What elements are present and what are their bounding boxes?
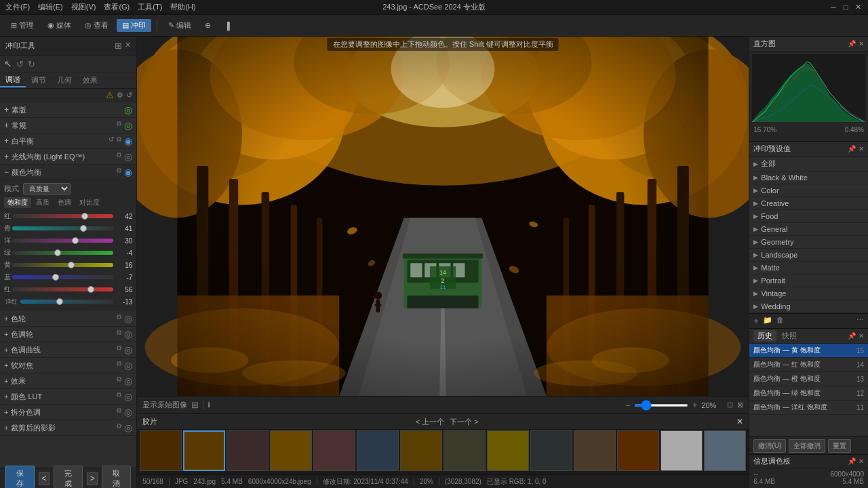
panel-expand-icon[interactable]: ⊞ [115, 41, 122, 51]
toggle-icon2[interactable]: ◉ [124, 136, 132, 146]
presets-pin-icon[interactable]: 📌 [848, 145, 856, 152]
image-container[interactable]: 14 2 11 在您要调整的图 [137, 37, 749, 396]
tab-tune[interactable]: 调谐 [0, 73, 26, 87]
settings-icon8[interactable]: ⚙ [116, 360, 122, 371]
tab-history[interactable]: 历史 [753, 330, 776, 342]
thumb-6[interactable] [357, 430, 399, 471]
toggle-icon[interactable]: ◎ [124, 120, 132, 131]
zoom-slider[interactable] [634, 404, 688, 407]
fit-icon[interactable]: ⊡ [727, 401, 733, 409]
settings-icon4[interactable]: ⚙ [116, 167, 122, 178]
preset-scroll-icon[interactable]: ⋯ [856, 316, 864, 326]
hist-close-icon[interactable]: ✕ [859, 40, 864, 47]
section-splittone[interactable]: + 拆分色调 ⚙ ◎ [0, 405, 136, 420]
preset-vintage[interactable]: ▶ Vintage [749, 287, 868, 300]
manage-btn[interactable]: ⊞ 管理 [5, 19, 39, 32]
toggle-icon7[interactable]: ◎ [124, 344, 132, 355]
thumb-3[interactable] [226, 430, 269, 471]
settings-icon3[interactable]: ⚙ [116, 151, 122, 162]
filmstrip-close-btn[interactable]: ✕ [736, 417, 743, 426]
fill-icon[interactable]: ⊠ [737, 401, 743, 409]
settings-icon5[interactable]: ⚙ [116, 313, 122, 324]
view-btn[interactable]: ◎ 查看 [79, 19, 114, 32]
add-preset-icon[interactable]: + [753, 316, 759, 326]
preset-wedding[interactable]: ▶ Wedding [749, 300, 868, 313]
reset-icon-small[interactable]: ↺ [126, 91, 132, 100]
section-lut[interactable]: + 颜色 LUT ⚙ ◎ [0, 389, 136, 405]
toggle-icon4[interactable]: ◉ [124, 167, 132, 178]
section-wb[interactable]: + 白平衡 ↺ ⚙ ◉ [0, 134, 136, 149]
toggle-icon11[interactable]: ◎ [124, 407, 132, 418]
panel-close-icon[interactable]: ✕ [125, 41, 131, 51]
section-tonecurve[interactable]: + 色调轮 ⚙ ◎ [0, 327, 136, 342]
info-close-icon[interactable]: ✕ [859, 458, 864, 465]
preset-geometry[interactable]: ▶ Geometry [749, 236, 868, 249]
toggle-icon5[interactable]: ◎ [124, 313, 132, 324]
menu-file[interactable]: 文件(F) [5, 2, 30, 12]
history-item-5[interactable]: 颜色均衡 — 洋红 饱和度 11 [749, 401, 868, 415]
thumb-7[interactable] [400, 430, 442, 471]
cb-tab-saturation[interactable]: 饱和度 [4, 197, 31, 208]
slider-thumb-red[interactable] [81, 213, 88, 220]
tab-adjust[interactable]: 调节 [26, 74, 52, 87]
slider-thumb-cyan2[interactable] [56, 298, 63, 305]
section-tonecurve2[interactable]: + 色调曲线 ⚙ ◎ [0, 342, 136, 358]
slider-blue[interactable] [12, 275, 113, 279]
preset-landscape[interactable]: ▶ Landscape [749, 249, 868, 262]
undo-btn[interactable]: 撤消(U) [753, 439, 786, 453]
trash-preset-icon[interactable]: 🗑 [776, 316, 784, 326]
tab-effects[interactable]: 效果 [77, 74, 103, 87]
settings-icon9[interactable]: ⚙ [116, 375, 122, 386]
slider-yellow[interactable] [12, 263, 113, 267]
tool-arrow-icon[interactable]: ↖ [4, 58, 12, 69]
section-softfocus[interactable]: + 软对焦 ⚙ ◎ [0, 358, 136, 373]
history-close-icon[interactable]: ✕ [859, 332, 864, 340]
prev-image-btn[interactable]: < 上一个 [416, 417, 444, 427]
presets-close-icon[interactable]: ✕ [859, 145, 864, 152]
section-vignette[interactable]: + 裁剪后的影影 ⚙ ◎ [0, 420, 136, 436]
history-item-3[interactable]: 颜色均衡 — 橙 饱和度 13 [749, 372, 868, 386]
section-raw[interactable]: + 素版 ◎ [0, 102, 136, 118]
cb-tab-hue[interactable]: 高质 [33, 197, 53, 208]
preset-creative[interactable]: ▶ Creative [749, 197, 868, 210]
thumb-5[interactable] [313, 430, 355, 471]
zoom-out-icon[interactable]: − [625, 401, 630, 410]
next-image-btn[interactable]: 下一个 > [450, 417, 478, 427]
close-icon[interactable]: ✕ [853, 3, 863, 12]
chart-btn[interactable]: ▐ [219, 20, 235, 31]
show-original-btn[interactable]: 显示原始图像 [142, 400, 187, 410]
thumb-8[interactable] [443, 430, 486, 471]
info-pin-icon[interactable]: 📌 [848, 458, 856, 465]
history-pin-icon[interactable]: 📌 [848, 332, 856, 340]
toggle-icon8[interactable]: ◎ [124, 360, 132, 371]
thumb-1[interactable] [140, 430, 182, 471]
tab-snapshots[interactable]: 快照 [778, 330, 801, 342]
develop-btn[interactable]: ▤ 冲印 [117, 19, 151, 32]
history-item-2[interactable]: 颜色均衡 — 红 饱和度 14 [749, 358, 868, 372]
section-effects[interactable]: + 效果 ⚙ ◎ [0, 373, 136, 389]
preset-food[interactable]: ▶ Food [749, 210, 868, 223]
section-colorwheel[interactable]: + 色轮 ⚙ ◎ [0, 311, 136, 327]
slider-green[interactable] [12, 251, 113, 255]
rotate-right-icon[interactable]: ↻ [28, 59, 35, 69]
cancel-button[interactable]: 取消 [102, 466, 131, 489]
settings-icon12[interactable]: ⚙ [116, 422, 122, 433]
thumb-11[interactable] [574, 430, 616, 471]
grid-overlay-btn[interactable]: ⊞ [191, 400, 199, 410]
preset-portrait[interactable]: ▶ Portrait [749, 274, 868, 287]
menu-tools[interactable]: 工具(T) [138, 2, 162, 12]
next-btn[interactable]: > [87, 472, 98, 485]
preset-all[interactable]: ▶ 全部 [749, 157, 868, 171]
rotate-left-icon[interactable]: ↺ [16, 59, 24, 69]
section-colorbal[interactable]: − 颜色均衡 ⚙ ◉ [0, 165, 136, 180]
folder-preset-icon[interactable]: 📁 [763, 316, 772, 326]
settings-icon-small[interactable]: ⚙ [117, 91, 123, 100]
maximize-icon[interactable]: □ [841, 3, 850, 12]
hist-pin-icon[interactable]: 📌 [848, 40, 856, 47]
settings-icon2[interactable]: ⚙ [116, 136, 122, 146]
thumb-2-active[interactable] [183, 430, 225, 471]
thumb-9[interactable] [487, 430, 529, 471]
toggle-icon9[interactable]: ◎ [124, 375, 132, 386]
menu-help[interactable]: 帮助(H) [170, 2, 195, 12]
toggle-icon3[interactable]: ◎ [124, 151, 132, 162]
